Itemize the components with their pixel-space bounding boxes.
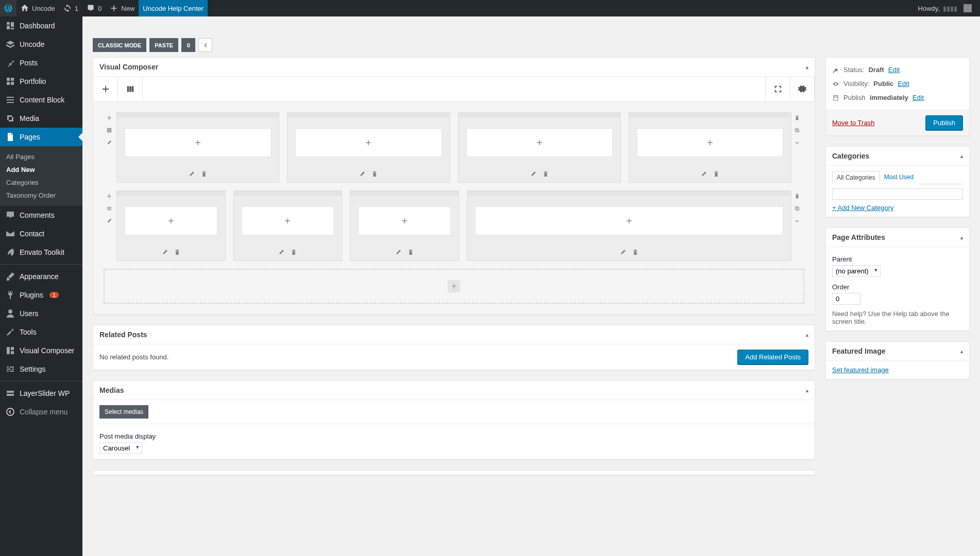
- column-edit-button[interactable]: [359, 170, 366, 179]
- vc-add-element-slot[interactable]: [358, 206, 451, 235]
- sidebar-item-dashboard[interactable]: Dashboard: [0, 16, 82, 35]
- vc-fullscreen-button[interactable]: [765, 77, 790, 101]
- row-layout-button[interactable]: [104, 203, 115, 214]
- vc-add-row-zone[interactable]: [104, 269, 804, 304]
- select-medias-button[interactable]: Select medias: [99, 405, 148, 419]
- categories-list[interactable]: [832, 188, 963, 200]
- set-featured-image-link[interactable]: Set featured image: [832, 366, 889, 374]
- vc-add-element-slot[interactable]: [125, 128, 271, 157]
- publish-button[interactable]: Publish: [925, 115, 963, 130]
- sidebar-item-media[interactable]: Media: [0, 109, 82, 128]
- sidebar-item-visual-composer[interactable]: Visual Composer: [0, 341, 82, 360]
- categories-tab-most-used[interactable]: Most Used: [880, 171, 918, 184]
- column-delete-button[interactable]: [632, 249, 639, 257]
- column-edit-button[interactable]: [619, 249, 627, 257]
- sidebar-sub-add-new[interactable]: Add New: [0, 163, 82, 176]
- sidebar-item-collapse[interactable]: Collapse menu: [0, 403, 82, 421]
- row-add-button[interactable]: [104, 112, 115, 124]
- history-count-button[interactable]: 0: [181, 38, 195, 52]
- sidebar-item-settings[interactable]: Settings: [0, 360, 82, 378]
- column-delete-button[interactable]: [713, 170, 720, 179]
- parent-select[interactable]: (no parent): [832, 265, 881, 277]
- row-more-button[interactable]: [791, 215, 803, 227]
- sidebar-item-plugins[interactable]: Plugins 1: [0, 286, 82, 304]
- sidebar-item-users[interactable]: Users: [0, 304, 82, 323]
- sidebar-item-contact[interactable]: Contact: [0, 224, 82, 243]
- order-input[interactable]: [832, 293, 860, 305]
- sidebar-item-comments[interactable]: Comments: [0, 206, 82, 224]
- column-delete-button[interactable]: [407, 249, 414, 257]
- sidebar-sub-all-pages[interactable]: All Pages: [0, 150, 82, 163]
- categories-tab-all[interactable]: All Categories: [832, 171, 880, 184]
- visual-composer-header[interactable]: Visual Composer ▴: [93, 58, 815, 77]
- add-new-category-link[interactable]: + Add New Category: [832, 204, 894, 212]
- sidebar-item-pages[interactable]: Pages: [0, 128, 82, 146]
- vc-add-element-slot[interactable]: [637, 128, 783, 157]
- pencil-icon: [106, 140, 112, 146]
- sidebar-item-uncode[interactable]: Uncode: [0, 35, 82, 54]
- sidebar-item-envato[interactable]: Envato Toolkit: [0, 243, 82, 262]
- page-icon: [5, 132, 15, 142]
- comments-link[interactable]: 0: [82, 0, 106, 16]
- vc-add-element-button[interactable]: [93, 77, 118, 101]
- column-delete-button[interactable]: [290, 249, 297, 257]
- row-more-button[interactable]: [791, 137, 803, 148]
- vc-settings-button[interactable]: [790, 77, 815, 101]
- sidebar-item-posts[interactable]: Posts: [0, 54, 82, 72]
- sidebar-item-layerslider[interactable]: LayerSlider WP: [0, 384, 82, 403]
- categories-header[interactable]: Categories ▴: [826, 147, 969, 166]
- undo-button[interactable]: [198, 38, 212, 52]
- vc-add-element-slot[interactable]: [125, 206, 217, 235]
- row-layout-button[interactable]: [104, 125, 115, 136]
- trash-icon: [200, 170, 208, 178]
- column-edit-button[interactable]: [395, 249, 402, 257]
- featured-image-header[interactable]: Featured Image ▴: [826, 342, 969, 361]
- row-delete-button[interactable]: [791, 112, 803, 124]
- move-to-trash-link[interactable]: Move to Trash: [832, 119, 874, 127]
- vc-templates-button[interactable]: [118, 77, 143, 101]
- vc-add-element-slot[interactable]: [475, 206, 784, 235]
- new-content-link[interactable]: New: [106, 0, 139, 16]
- row-edit-button[interactable]: [104, 215, 115, 227]
- help-center-link[interactable]: Uncode Help Center: [139, 0, 208, 16]
- column-edit-button[interactable]: [188, 170, 195, 179]
- vc-add-element-slot[interactable]: [466, 128, 613, 157]
- row-edit-button[interactable]: [104, 137, 115, 148]
- vc-add-element-slot[interactable]: [242, 206, 334, 235]
- wp-logo[interactable]: [0, 0, 16, 16]
- row-clone-button[interactable]: [791, 125, 803, 136]
- edit-visibility-link[interactable]: Edit: [898, 80, 909, 88]
- classic-mode-button[interactable]: CLASSIC MODE: [93, 38, 146, 52]
- sidebar-sub-taxonomy-order[interactable]: Taxonomy Order: [0, 189, 82, 202]
- column-edit-button[interactable]: [530, 170, 537, 179]
- sidebar-item-appearance[interactable]: Appearance: [0, 267, 82, 286]
- column-delete-button[interactable]: [174, 249, 181, 257]
- column-delete-button[interactable]: [371, 170, 378, 179]
- column-edit-button[interactable]: [700, 170, 707, 179]
- row-add-button[interactable]: [104, 190, 115, 202]
- row-clone-button[interactable]: [791, 203, 803, 214]
- my-account-link[interactable]: Howdy, ▮▮▮▮: [914, 0, 976, 16]
- column-edit-button[interactable]: [278, 249, 285, 257]
- sidebar-item-label: Tools: [20, 328, 37, 336]
- post-media-display-select[interactable]: Carousel: [99, 442, 142, 454]
- paste-button[interactable]: PASTE: [149, 38, 178, 52]
- edit-schedule-link[interactable]: Edit: [913, 94, 924, 101]
- sidebar-item-portfolio[interactable]: Portfolio: [0, 72, 82, 91]
- column-delete-button[interactable]: [542, 170, 549, 179]
- row-delete-button[interactable]: [791, 190, 803, 202]
- column-edit-button[interactable]: [161, 249, 168, 257]
- sidebar-item-tools[interactable]: Tools: [0, 323, 82, 341]
- add-related-posts-button[interactable]: Add Related Posts: [737, 350, 808, 364]
- vc-add-row-button[interactable]: [448, 280, 460, 292]
- sidebar-sub-categories[interactable]: Categories: [0, 176, 82, 189]
- page-attributes-header[interactable]: Page Attributes ▴: [826, 228, 969, 247]
- vc-add-element-slot[interactable]: [295, 128, 442, 157]
- updates-link[interactable]: 1: [59, 0, 82, 16]
- site-name-link[interactable]: Uncode: [16, 0, 59, 16]
- related-posts-header[interactable]: Related Posts ▴: [93, 325, 815, 344]
- column-delete-button[interactable]: [200, 170, 208, 179]
- medias-header[interactable]: Medias ▴: [93, 381, 815, 400]
- edit-status-link[interactable]: Edit: [888, 66, 900, 74]
- sidebar-item-content-block[interactable]: Content Block: [0, 91, 82, 109]
